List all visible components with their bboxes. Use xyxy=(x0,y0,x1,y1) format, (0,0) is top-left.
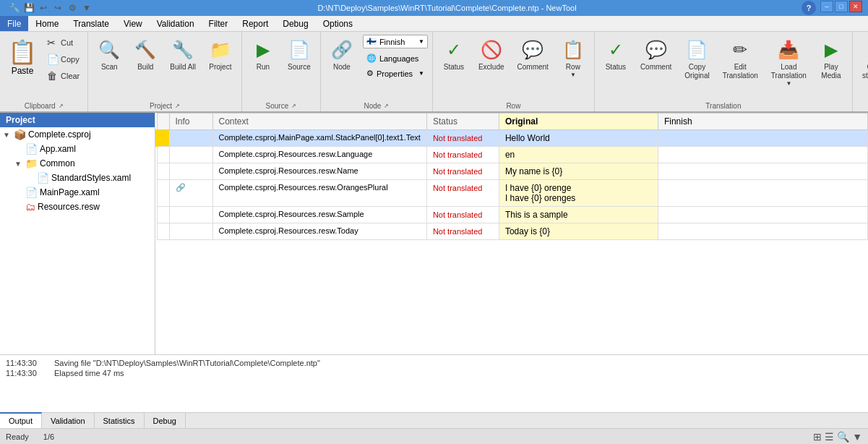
row-status-button[interactable]: ✓ Status xyxy=(437,35,470,75)
sidebar-item-common[interactable]: ▼📁Common xyxy=(0,156,155,171)
trans-comment-button[interactable]: 💬 Comment xyxy=(635,35,676,75)
menu-item-translate[interactable]: Translate xyxy=(66,16,116,31)
row-label-text: Row xyxy=(506,102,520,110)
load-translation-icon: 📥 xyxy=(777,38,800,61)
dropdown-icon[interactable]: ▼ xyxy=(81,2,93,14)
properties-icon: ⚙ xyxy=(366,69,374,78)
menu-item-report[interactable]: Report xyxy=(235,16,275,31)
redo-icon[interactable]: ↪ xyxy=(52,2,64,14)
cut-button[interactable]: ✂ Cut xyxy=(43,35,83,51)
zoom-icon[interactable]: 🔍 xyxy=(837,431,849,443)
list-view-icon[interactable]: ☰ xyxy=(825,431,834,443)
status-ready: Ready xyxy=(6,432,29,441)
project-expand-icon[interactable]: ↗ xyxy=(175,103,180,109)
minimize-button[interactable]: – xyxy=(820,1,833,12)
sidebar-item-standardstyles-xaml[interactable]: 📄StandardStyles.xaml xyxy=(0,171,155,185)
bottom-tab-validation[interactable]: Validation xyxy=(42,413,95,428)
clear-button[interactable]: 🗑 Clear xyxy=(43,68,83,84)
maximize-button[interactable]: □ xyxy=(835,1,848,12)
close-button[interactable]: ✕ xyxy=(849,1,862,12)
log-line: 11:43:30Elapsed time 47 ms xyxy=(6,368,862,378)
row-finnish xyxy=(658,130,867,147)
play-media-button[interactable]: ▶ PlayMedia xyxy=(815,35,848,84)
sidebar-item-resources-resw[interactable]: 🗂Resources.resw xyxy=(0,200,155,214)
sidebar: Project ▼📦Complete.csproj 📄App.xaml▼📁Com… xyxy=(0,113,155,354)
menu-item-debug[interactable]: Debug xyxy=(275,16,315,31)
trans-status-button[interactable]: ✓ Status xyxy=(599,35,632,75)
menu-item-filter[interactable]: Filter xyxy=(202,16,236,31)
grid-container[interactable]: Info Context Status Original Finnish Com… xyxy=(155,113,868,354)
table-row[interactable]: Complete.csproj.MainPage.xaml.StackPanel… xyxy=(157,130,868,147)
run-button[interactable]: ▶ Run xyxy=(246,35,280,75)
scan-button[interactable]: 🔍 Scan xyxy=(93,35,126,75)
clipboard-small-buttons: ✂ Cut 📄 Copy 🗑 Clear xyxy=(43,35,83,84)
sidebar-header: Project xyxy=(0,113,155,127)
row-status-label: Status xyxy=(444,63,464,72)
clear-statuses-button[interactable]: 🗑 Clearstatuses ▼ xyxy=(857,35,868,90)
table-row[interactable]: Complete.csproj.Resources.resw.NameNot t… xyxy=(157,163,868,180)
clipboard-expand-icon[interactable]: ↗ xyxy=(59,103,64,109)
undo-icon[interactable]: ↩ xyxy=(38,2,49,14)
ribbon-group-clipboard: 📋 Paste ✂ Cut 📄 Copy 🗑 Clear Clipboard xyxy=(0,32,88,111)
sidebar-item-complete-csproj[interactable]: ▼📦Complete.csproj xyxy=(0,127,155,142)
row-comment-button[interactable]: 💬 Comment xyxy=(512,35,554,75)
properties-button[interactable]: ⚙ Properties ▼ xyxy=(363,67,428,80)
grid-view-icon[interactable]: ⊞ xyxy=(813,431,822,443)
copy-original-button[interactable]: 📄 CopyOriginal xyxy=(679,35,714,84)
menu-item-options[interactable]: Options xyxy=(316,16,360,31)
language-label: Finnish xyxy=(379,38,405,46)
menu-item-home[interactable]: Home xyxy=(28,16,66,31)
node-icon: 🔗 xyxy=(330,38,353,61)
project-button[interactable]: 📁 Project xyxy=(204,35,237,75)
window-controls: ? – □ ✕ xyxy=(799,1,862,15)
source-button[interactable]: 📄 Source xyxy=(283,35,316,75)
menu-item-file[interactable]: File xyxy=(0,16,28,31)
save-icon[interactable]: 💾 xyxy=(23,2,35,14)
languages-button[interactable]: 🌐 Languages xyxy=(363,51,428,65)
build-all-button[interactable]: 🔧 Build All xyxy=(165,35,201,75)
status-dropdown-icon[interactable]: ▼ xyxy=(852,431,862,443)
sidebar-item-mainpage-xaml[interactable]: 📄MainPage.xaml xyxy=(0,185,155,200)
clear-statuses-label: Clearstatuses xyxy=(862,63,868,80)
row-info: 🔗 xyxy=(169,180,212,207)
language-dropdown[interactable]: 🇫🇮 Finnish ▼ xyxy=(363,35,428,48)
table-row[interactable]: 🔗Complete.csproj.Resources.resw.OrangesP… xyxy=(157,180,868,207)
edit-translation-button[interactable]: ✏ EditTranslation xyxy=(718,35,763,84)
clear-icon: 🗑 xyxy=(47,70,59,82)
table-row[interactable]: Complete.csproj.Resources.resw.LanguageN… xyxy=(157,147,868,163)
bottom-tab-debug[interactable]: Debug xyxy=(145,413,186,428)
copy-button[interactable]: 📄 Copy xyxy=(43,51,83,67)
row-button[interactable]: 📋 Row ▼ xyxy=(557,35,590,82)
trans-comment-icon: 💬 xyxy=(645,38,668,61)
menu-item-view[interactable]: View xyxy=(116,16,150,31)
table-row[interactable]: Complete.csproj.Resources.resw.TodayNot … xyxy=(157,223,868,240)
bottom-tab-output[interactable]: Output xyxy=(0,412,42,428)
window-title: D:\NT\Deploy\Samples\WinRT\Tutorial\Comp… xyxy=(95,4,799,12)
row-comment-icon: 💬 xyxy=(521,38,544,61)
properties-label: Properties xyxy=(377,69,413,78)
node-expand-icon[interactable]: ↗ xyxy=(384,103,389,109)
sidebar-title: Project xyxy=(6,115,35,125)
sidebar-item-app-xaml[interactable]: 📄App.xaml xyxy=(0,142,155,156)
source-expand-icon[interactable]: ↗ xyxy=(291,103,296,109)
node-button[interactable]: 🔗 Node xyxy=(325,35,358,75)
row-finnish xyxy=(658,223,867,240)
menu-item-validation[interactable]: Validation xyxy=(150,16,202,31)
paste-icon: 📋 xyxy=(8,38,37,66)
table-row[interactable]: Complete.csproj.Resources.resw.SampleNot… xyxy=(157,207,868,223)
sidebar-tree: ▼📦Complete.csproj 📄App.xaml▼📁Common 📄Sta… xyxy=(0,127,155,214)
paste-button[interactable]: 📋 Paste xyxy=(4,35,40,80)
bottom-tab-statistics[interactable]: Statistics xyxy=(95,413,145,428)
row-status: Not translated xyxy=(426,180,499,207)
build-button[interactable]: 🔨 Build xyxy=(129,35,162,75)
row-exclude-button[interactable]: 🚫 Exclude xyxy=(473,35,510,75)
row-finnish xyxy=(658,147,867,163)
tree-item-label: Complete.csproj xyxy=(28,129,91,140)
scan-label: Scan xyxy=(101,63,118,72)
load-translation-button[interactable]: 📥 LoadTranslation ▼ xyxy=(766,35,812,90)
help-button[interactable]: ? xyxy=(802,1,816,15)
row-finnish xyxy=(658,180,867,207)
settings-icon[interactable]: ⚙ xyxy=(66,2,78,14)
row-status: Not translated xyxy=(426,147,499,163)
tree-item-label: Resources.resw xyxy=(38,202,100,212)
